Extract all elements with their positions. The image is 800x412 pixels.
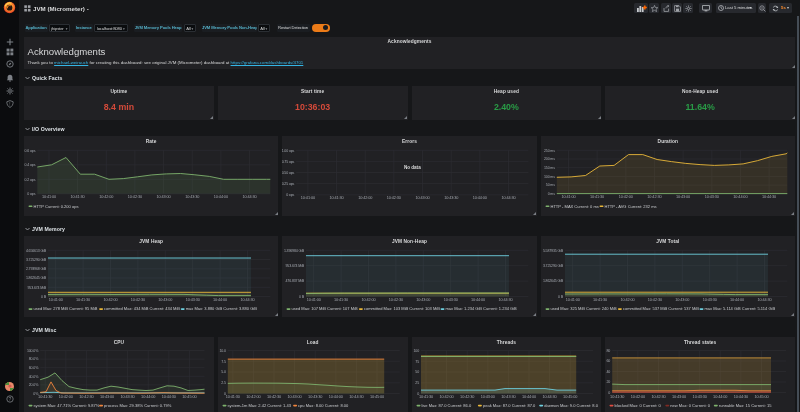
svg-text:cpu Max: 8.00 Current: 8.00: cpu Max: 8.00 Current: 8.00 <box>298 403 349 408</box>
svg-text:60.0%: 60.0% <box>29 366 39 370</box>
svg-text:system Max: 47.71% Current: 9: system Max: 47.71% Current: 9.87% <box>34 403 100 408</box>
svg-text:10:44:00: 10:44:00 <box>213 298 227 302</box>
svg-text:1.00 ops: 1.00 ops <box>282 149 295 153</box>
svg-text:10:43:00: 10:43:00 <box>675 298 689 302</box>
svg-text:10:44:30: 10:44:30 <box>542 395 556 399</box>
svg-text:10:44:00: 10:44:00 <box>141 395 155 399</box>
svg-text:7.5: 7.5 <box>221 360 226 364</box>
svg-text:committed Max: 434 MiB Curren: committed Max: 434 MiB Current: 434 MiB <box>104 306 180 311</box>
svg-text:60: 60 <box>607 359 611 363</box>
svg-text:10:44:30: 10:44:30 <box>349 395 363 399</box>
svg-text:10:44:30: 10:44:30 <box>499 298 513 302</box>
svg-text:HTTP Current: 0.200 ops: HTTP Current: 0.200 ops <box>33 204 78 209</box>
svg-text:10:43:30: 10:43:30 <box>308 395 322 399</box>
svg-text:10:43:00: 10:43:00 <box>158 298 172 302</box>
svg-text:10:43:00: 10:43:00 <box>480 395 494 399</box>
svg-text:system-1m Max: 2.42 Current:: system-1m Max: 2.42 Current: 1.43 <box>227 403 291 408</box>
svg-text:10:41:00: 10:41:00 <box>42 195 56 199</box>
svg-text:10:43:30: 10:43:30 <box>702 298 716 302</box>
svg-text:80: 80 <box>607 349 611 353</box>
svg-text:10:42:00: 10:42:00 <box>59 395 73 399</box>
svg-text:10:43:30: 10:43:30 <box>693 395 707 399</box>
svg-text:10:41:00: 10:41:00 <box>561 195 575 199</box>
svg-text:10:44:30: 10:44:30 <box>243 195 257 199</box>
svg-text:10:41:00: 10:41:00 <box>565 298 579 302</box>
svg-text:10:41:30: 10:41:30 <box>334 298 348 302</box>
svg-text:10:41:00: 10:41:00 <box>301 196 315 200</box>
svg-text:10:43:30: 10:43:30 <box>185 195 199 199</box>
svg-text:committed Max: 537 MiB Curren: committed Max: 537 MiB Current: 537 MiB <box>623 306 699 311</box>
svg-text:1.862645 GiB: 1.862645 GiB <box>543 279 564 283</box>
svg-text:HTTP - AVG Current: 232 ms: HTTP - AVG Current: 232 ms <box>604 204 656 209</box>
svg-text:10:43:00: 10:43:00 <box>157 195 171 199</box>
svg-text:max Max: 3.880 GiB Current: 3: max Max: 3.880 GiB Current: 3.880 GiB <box>186 306 258 311</box>
svg-text:0 ms: 0 ms <box>547 192 555 196</box>
svg-text:5.587935 GiB: 5.587935 GiB <box>543 249 564 253</box>
svg-text:peak Max: 87.0 Current: 87.0: peak Max: 87.0 Current: 87.0 <box>482 403 535 408</box>
svg-text:10:42:30: 10:42:30 <box>647 195 661 199</box>
svg-text:0.50 ops: 0.50 ops <box>282 171 295 175</box>
svg-text:10:43:30: 10:43:30 <box>704 195 718 199</box>
svg-text:?: ? <box>8 396 11 402</box>
svg-text:10:42:30: 10:42:30 <box>460 395 474 399</box>
svg-text:max Max: 5.114 GiB Current: 5: max Max: 5.114 GiB Current: 5.114 GiB <box>704 306 775 311</box>
svg-text:10:44:00: 10:44:00 <box>713 395 727 399</box>
svg-text:10:45:00: 10:45:00 <box>182 395 196 399</box>
svg-text:20: 20 <box>607 380 611 384</box>
svg-text:75: 75 <box>415 360 419 364</box>
svg-text:10:42:00: 10:42:00 <box>620 298 634 302</box>
svg-text:10:41:30: 10:41:30 <box>418 395 432 399</box>
svg-text:2.5: 2.5 <box>221 381 226 385</box>
svg-text:10:43:30: 10:43:30 <box>121 395 135 399</box>
svg-text:953.674 MiB: 953.674 MiB <box>286 264 305 268</box>
svg-text:daemon Max: 9.0 Current: 8.0: daemon Max: 9.0 Current: 8.0 <box>544 403 599 408</box>
svg-text:100: 100 <box>413 349 419 353</box>
svg-text:4.656613 GiB: 4.656613 GiB <box>26 249 47 253</box>
svg-text:10:43:00: 10:43:00 <box>672 395 686 399</box>
svg-text:committed Max: 103 MiB Curren: committed Max: 103 MiB Current: 103 MiB <box>364 306 440 311</box>
svg-text:100 ms: 100 ms <box>544 175 555 179</box>
svg-text:10:44:00: 10:44:00 <box>521 395 535 399</box>
svg-text:50: 50 <box>415 370 419 374</box>
svg-text:10:41:00: 10:41:00 <box>49 298 63 302</box>
svg-text:10:43:00: 10:43:00 <box>676 195 690 199</box>
svg-text:10:41:30: 10:41:30 <box>76 298 90 302</box>
svg-text:10:44:00: 10:44:00 <box>471 298 485 302</box>
svg-text:10:41:30: 10:41:30 <box>38 395 52 399</box>
svg-text:10:42:00: 10:42:00 <box>618 195 632 199</box>
svg-text:10:41:30: 10:41:30 <box>593 298 607 302</box>
svg-text:10:42:30: 10:42:30 <box>267 395 281 399</box>
svg-text:10:44:30: 10:44:30 <box>502 196 516 200</box>
svg-text:10:44:00: 10:44:00 <box>730 298 744 302</box>
svg-text:HTTP - MAX Current: 0 ms: HTTP - MAX Current: 0 ms <box>550 204 598 209</box>
svg-text:10:45:00: 10:45:00 <box>563 395 577 399</box>
svg-text:5.0: 5.0 <box>221 370 226 374</box>
svg-text:process Max: 29.38% Current:: process Max: 29.38% Current: 0.79% <box>104 403 172 408</box>
svg-text:0 B: 0 B <box>558 295 564 299</box>
svg-text:10:43:00: 10:43:00 <box>416 196 430 200</box>
svg-text:25: 25 <box>415 381 419 385</box>
svg-text:40.0%: 40.0% <box>29 375 39 379</box>
svg-text:10:41:30: 10:41:30 <box>590 195 604 199</box>
svg-text:10:41:30: 10:41:30 <box>330 196 344 200</box>
svg-text:10:44:00: 10:44:00 <box>328 395 342 399</box>
svg-text:0: 0 <box>609 391 611 395</box>
svg-text:250 ms: 250 ms <box>544 149 555 153</box>
svg-text:10:42:00: 10:42:00 <box>99 195 113 199</box>
svg-text:10:42:00: 10:42:00 <box>439 395 453 399</box>
svg-text:10:45:00: 10:45:00 <box>370 395 384 399</box>
svg-text:0 ops: 0 ops <box>27 192 35 196</box>
svg-text:10:42:30: 10:42:30 <box>128 195 142 199</box>
svg-text:10:44:30: 10:44:30 <box>240 298 254 302</box>
svg-text:10:42:00: 10:42:00 <box>358 196 372 200</box>
svg-text:10:44:00: 10:44:00 <box>733 195 747 199</box>
svg-text:1.396984 GiB: 1.396984 GiB <box>284 249 305 253</box>
svg-text:max Max: 1.234 GiB Current: 1: max Max: 1.234 GiB Current: 1.234 GiB <box>446 306 518 311</box>
svg-text:blocked Max: 0 Current: 0: blocked Max: 0 Current: 0 <box>615 403 662 408</box>
svg-text:0 B: 0 B <box>41 295 47 299</box>
svg-text:10:41:00: 10:41:00 <box>307 298 321 302</box>
svg-text:50 ms: 50 ms <box>545 183 554 187</box>
svg-text:10:45:00: 10:45:00 <box>755 395 769 399</box>
svg-text:40: 40 <box>607 370 611 374</box>
svg-text:10:41:30: 10:41:30 <box>71 195 85 199</box>
